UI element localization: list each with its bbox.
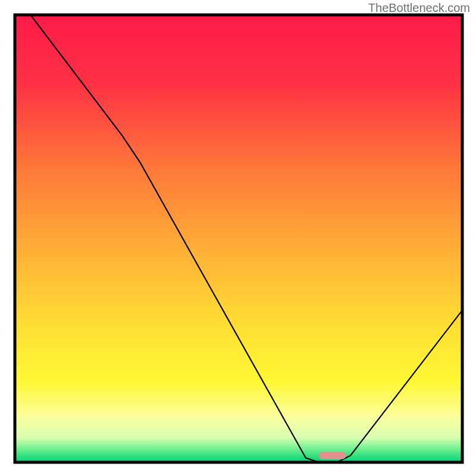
optimal-marker bbox=[319, 452, 346, 459]
watermark-text: TheBottleneck.com bbox=[368, 1, 470, 15]
chart-svg bbox=[0, 0, 476, 476]
